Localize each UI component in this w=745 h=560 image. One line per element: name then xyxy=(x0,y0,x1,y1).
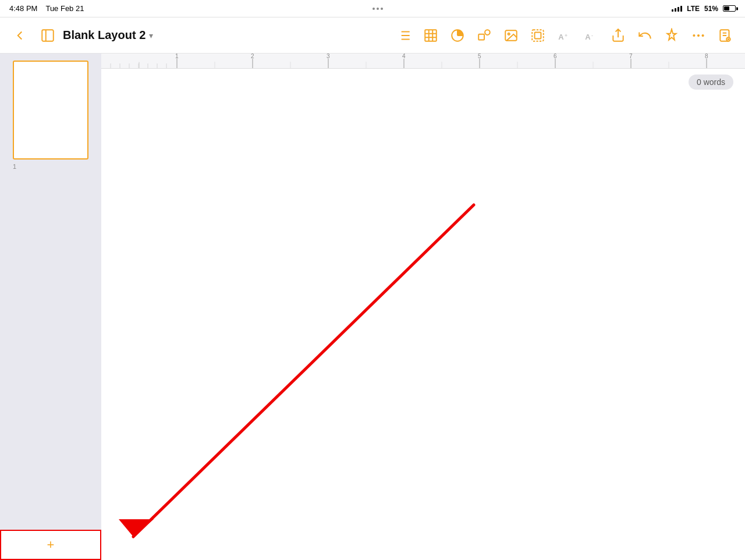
ruler-svg: 1 2 3 4 5 6 7 8 xyxy=(101,54,745,68)
svg-rect-36 xyxy=(101,54,745,68)
signal-icon xyxy=(672,6,682,12)
doc-settings-icon xyxy=(718,28,733,43)
date: Tue Feb 21 xyxy=(45,4,84,13)
sidebar-toggle-button[interactable] xyxy=(35,23,61,48)
notch-dots xyxy=(372,8,383,10)
image-button[interactable] xyxy=(498,23,524,48)
more-icon xyxy=(691,28,706,43)
sidebar-icon xyxy=(40,28,55,43)
chart-button[interactable] xyxy=(445,23,470,48)
svg-rect-20 xyxy=(532,30,544,41)
status-bar-right: LTE 51% xyxy=(672,5,736,13)
page-1-number: 1 xyxy=(13,163,16,170)
word-count-badge: 0 words xyxy=(689,75,733,90)
annotation-arrow xyxy=(101,54,745,560)
svg-point-29 xyxy=(693,34,694,36)
shapes-button[interactable] xyxy=(471,23,497,48)
back-icon xyxy=(12,28,27,43)
svg-text:3: 3 xyxy=(327,54,330,59)
title-chevron-icon: ▾ xyxy=(149,31,153,40)
frame-icon xyxy=(530,28,545,43)
shapes-icon xyxy=(477,28,492,43)
main-area: 1 + 1 2 3 4 5 6 xyxy=(0,54,745,560)
arrow-svg xyxy=(101,54,745,560)
svg-rect-21 xyxy=(535,32,541,38)
page-sidebar: 1 + xyxy=(0,54,101,560)
svg-marker-70 xyxy=(119,519,154,537)
table-button[interactable] xyxy=(418,23,444,48)
page-1-container[interactable]: 1 xyxy=(13,61,88,160)
list-icon xyxy=(396,28,411,43)
status-bar: 4:48 PM Tue Feb 21 LTE 51% xyxy=(0,0,745,17)
doc-settings-button[interactable] xyxy=(712,23,738,48)
page-1-thumbnail[interactable] xyxy=(13,61,88,160)
svg-text:5: 5 xyxy=(478,54,481,59)
svg-rect-16 xyxy=(478,34,484,40)
svg-text:6: 6 xyxy=(554,54,557,59)
svg-point-17 xyxy=(485,30,490,35)
svg-rect-8 xyxy=(425,30,437,41)
font-size-up-button[interactable]: A + xyxy=(552,23,577,48)
svg-point-28 xyxy=(703,34,704,36)
share-icon xyxy=(611,28,626,43)
svg-point-27 xyxy=(698,34,699,36)
lte-label: LTE xyxy=(687,5,700,13)
svg-text:4: 4 xyxy=(402,54,406,59)
canvas-area[interactable]: 1 2 3 4 5 6 7 8 xyxy=(101,54,745,560)
svg-text:-: - xyxy=(591,33,593,38)
battery-percent: 51% xyxy=(704,5,718,13)
time: 4:48 PM xyxy=(9,4,37,13)
document-title-group[interactable]: Blank Layout 2 ▾ xyxy=(63,29,153,42)
frame-button[interactable] xyxy=(525,23,551,48)
annotate-button[interactable] xyxy=(659,23,684,48)
word-count-text: 0 words xyxy=(697,77,725,87)
font-size-up-icon: A + xyxy=(557,28,572,43)
status-bar-left: 4:48 PM Tue Feb 21 xyxy=(9,4,84,13)
svg-rect-0 xyxy=(42,30,54,41)
svg-point-19 xyxy=(508,33,510,34)
chart-icon xyxy=(450,28,465,43)
font-size-down-button[interactable]: A - xyxy=(579,23,604,48)
list-button[interactable] xyxy=(391,23,417,48)
svg-text:A: A xyxy=(585,32,591,41)
add-page-button[interactable]: + xyxy=(0,530,101,560)
table-icon xyxy=(423,28,438,43)
undo-button[interactable] xyxy=(632,23,658,48)
svg-text:8: 8 xyxy=(705,54,708,59)
add-page-icon: + xyxy=(47,537,55,552)
svg-text:A: A xyxy=(558,32,564,41)
toolbar-right: A + A - xyxy=(391,23,738,48)
svg-text:2: 2 xyxy=(251,54,254,59)
svg-text:+: + xyxy=(565,33,567,38)
share-button[interactable] xyxy=(605,23,631,48)
more-button[interactable] xyxy=(686,23,711,48)
battery-icon xyxy=(723,5,736,12)
pin-icon xyxy=(664,28,679,43)
document-title: Blank Layout 2 xyxy=(63,29,146,42)
svg-line-69 xyxy=(133,205,474,537)
font-size-down-icon: A - xyxy=(584,28,599,43)
image-icon xyxy=(503,28,519,43)
toolbar: Blank Layout 2 ▾ xyxy=(0,17,745,54)
svg-text:7: 7 xyxy=(629,54,633,59)
svg-text:1: 1 xyxy=(175,54,179,59)
ruler: 1 2 3 4 5 6 7 8 xyxy=(101,54,745,69)
undo-icon xyxy=(637,28,652,43)
back-button[interactable] xyxy=(7,23,33,48)
